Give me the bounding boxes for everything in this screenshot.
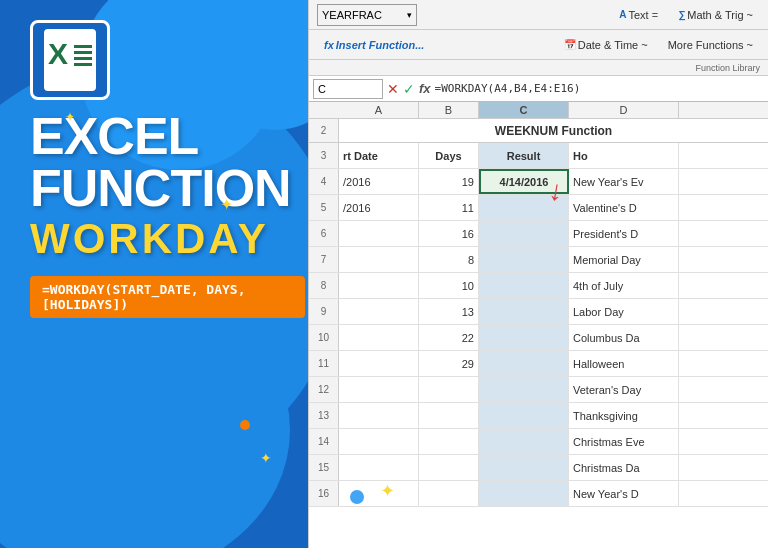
cell-a[interactable] (339, 299, 419, 324)
excel-logo: X (30, 20, 110, 100)
date-time-button[interactable]: 📅 Date & Time ~ (557, 36, 655, 54)
cell-c[interactable] (479, 325, 569, 350)
confirm-icon[interactable]: ✓ (403, 81, 415, 97)
cell-b[interactable] (419, 429, 479, 454)
cell-b[interactable]: 8 (419, 247, 479, 272)
title-function: FUNCTION (30, 162, 305, 214)
cell-c[interactable] (479, 273, 569, 298)
cell-b[interactable]: 13 (419, 299, 479, 324)
cell-a[interactable] (339, 455, 419, 480)
math-trig-button[interactable]: ∑ Math & Trig ~ (671, 6, 760, 24)
cell-b[interactable]: 11 (419, 195, 479, 220)
dot-orange (240, 420, 250, 430)
table-row: 9 13 Labor Day (309, 299, 768, 325)
cell-d[interactable]: Thanksgiving (569, 403, 679, 428)
cell-a[interactable] (339, 247, 419, 272)
function-library-text: Function Library (695, 63, 760, 73)
table-row: 13 Thanksgiving (309, 403, 768, 429)
cell-d[interactable]: New Year's D (569, 481, 679, 506)
formula-bar: C ✕ ✓ fx (309, 76, 768, 102)
table-row: 12 Veteran's Day (309, 377, 768, 403)
cell-d[interactable]: 4th of July (569, 273, 679, 298)
cell-c[interactable] (479, 377, 569, 402)
cell-b[interactable] (419, 455, 479, 480)
star-icon-1: ✦ (220, 195, 233, 214)
cell-d[interactable]: Christmas Eve (569, 429, 679, 454)
calendar-icon: 📅 (564, 39, 576, 50)
cell-b[interactable]: 22 (419, 325, 479, 350)
cell-a[interactable]: rt Date (339, 143, 419, 168)
cell-a[interactable] (339, 273, 419, 298)
cell-b[interactable]: 19 (419, 169, 479, 194)
cell-c[interactable] (479, 247, 569, 272)
cell-d[interactable]: Memorial Day (569, 247, 679, 272)
table-row: 6 16 President's D (309, 221, 768, 247)
cell-c[interactable] (479, 455, 569, 480)
cell-b[interactable] (419, 377, 479, 402)
col-header-b: B (419, 102, 479, 118)
cell-d[interactable]: Ho (569, 143, 679, 168)
cell-b[interactable]: Days (419, 143, 479, 168)
date-time-label: Date & Time ~ (578, 39, 648, 51)
text-button[interactable]: A Text = (612, 6, 665, 24)
name-box-value: YEARFRAC (322, 9, 382, 21)
formula-syntax: =WORKDAY(START_DATE, DAYS, [HOLIDAYS]) (30, 276, 305, 318)
more-functions-label: More Functions ~ (668, 39, 753, 51)
left-panel: X EXCEL FUNCTION WORKDAY =WORKDAY(START_… (0, 0, 330, 548)
ribbon-row-1: YEARFRAC ▾ A Text = ∑ Math & Trig ~ (309, 0, 768, 30)
cell-d[interactable]: Veteran's Day (569, 377, 679, 402)
excel-area: YEARFRAC ▾ A Text = ∑ Math & Trig ~ fx I… (308, 0, 768, 548)
cell-b[interactable]: 16 (419, 221, 479, 246)
text-icon: A (619, 9, 626, 20)
formula-icons: ✕ ✓ (387, 81, 415, 97)
cell-c[interactable] (479, 403, 569, 428)
cell-b[interactable] (419, 481, 479, 506)
table-row: 11 29 Halloween (309, 351, 768, 377)
cell-d[interactable]: Halloween (569, 351, 679, 376)
cell-c[interactable] (479, 429, 569, 454)
col-header-d: D (569, 102, 679, 118)
col-header-c: C (479, 102, 569, 118)
table-row: 5 /2016 11 Valentine's D (309, 195, 768, 221)
spreadsheet: 3 rt Date Days Result Ho 4 /2016 19 4/14… (309, 143, 768, 507)
cell-a[interactable] (339, 351, 419, 376)
insert-function-button[interactable]: fx Insert Function... (317, 36, 431, 54)
cell-d[interactable]: Christmas Da (569, 455, 679, 480)
star-icon-2: ✦ (65, 110, 75, 124)
table-row: 3 rt Date Days Result Ho (309, 143, 768, 169)
cell-c[interactable] (479, 481, 569, 506)
cell-d[interactable]: New Year's Ev (569, 169, 679, 194)
cell-a[interactable]: /2016 (339, 169, 419, 194)
col-headers: A B C D (309, 102, 768, 119)
name-box[interactable]: YEARFRAC ▾ (317, 4, 417, 26)
text-btn-label: Text = (628, 9, 658, 21)
cell-c[interactable] (479, 299, 569, 324)
fx-formula-icon: fx (419, 81, 431, 96)
cell-a[interactable] (339, 377, 419, 402)
more-functions-button[interactable]: More Functions ~ (661, 36, 760, 54)
cell-a[interactable]: /2016 (339, 195, 419, 220)
cell-d[interactable]: Columbus Da (569, 325, 679, 350)
cell-c[interactable] (479, 351, 569, 376)
cell-c[interactable]: Result (479, 143, 569, 168)
cell-b[interactable]: 10 (419, 273, 479, 298)
cell-d[interactable]: Valentine's D (569, 195, 679, 220)
cell-b[interactable]: 29 (419, 351, 479, 376)
merged-header-row: 2 WEEKNUM Function (309, 119, 768, 143)
insert-function-label: Insert Function... (336, 39, 425, 51)
cell-d[interactable]: Labor Day (569, 299, 679, 324)
cell-a[interactable] (339, 403, 419, 428)
cell-a[interactable] (339, 221, 419, 246)
title-workday: WORKDAY (30, 218, 305, 260)
cancel-icon[interactable]: ✕ (387, 81, 399, 97)
formula-input[interactable] (435, 79, 764, 99)
cell-d[interactable]: President's D (569, 221, 679, 246)
excel-x-letter: X (48, 37, 68, 71)
cell-b[interactable] (419, 403, 479, 428)
cell-c[interactable] (479, 221, 569, 246)
cell-a[interactable] (339, 325, 419, 350)
cell-a[interactable] (339, 429, 419, 454)
merged-header: WEEKNUM Function (339, 119, 768, 142)
col-header-a: A (339, 102, 419, 118)
table-row: 16 New Year's D (309, 481, 768, 507)
